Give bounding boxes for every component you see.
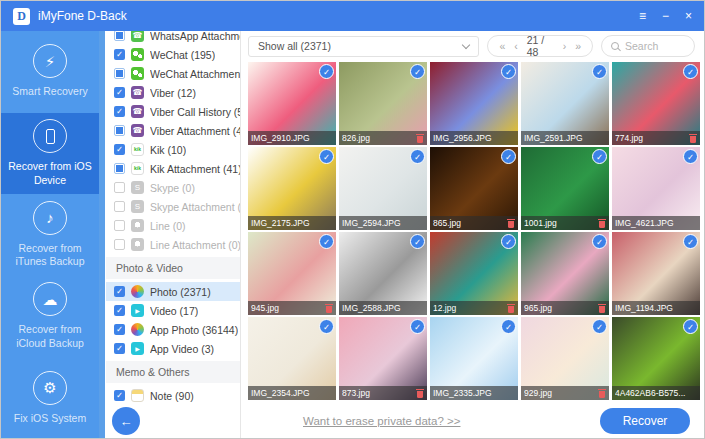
photo-tile[interactable]: ✓IMG_4621.JPG (612, 147, 700, 230)
menu-icon[interactable]: ≡ (639, 10, 646, 22)
checkbox-unchecked[interactable] (114, 182, 125, 193)
sidebar-item-recover-from-itunes-backup[interactable]: ♪Recover from iTunes Backup (1, 194, 99, 276)
filter-item-photo-2371[interactable]: ✓Photo (2371) (106, 282, 240, 301)
sidebar-item-fix-ios-system[interactable]: ⚙Fix iOS System (1, 357, 99, 439)
checkbox-checked[interactable]: ✓ (114, 286, 125, 297)
filename: IMG_1194.JPG (615, 303, 697, 313)
filter-item-viber-12[interactable]: ✓☎Viber (12) (106, 83, 240, 102)
selected-check-icon[interactable]: ✓ (683, 234, 698, 249)
selected-check-icon[interactable]: ✓ (683, 319, 698, 334)
photo-tile[interactable]: ✓4A462AB6-B575... (612, 317, 700, 400)
selected-check-icon[interactable]: ✓ (319, 64, 334, 79)
photo-tile[interactable]: ✓873.jpg (339, 317, 427, 400)
filename: 865.jpg (433, 218, 504, 228)
checkbox-indeterminate[interactable] (114, 31, 125, 41)
photo-icon (131, 285, 144, 298)
erase-private-data-link[interactable]: Want to erase private data? >> (303, 415, 460, 427)
checkbox-checked[interactable]: ✓ (114, 305, 125, 316)
photo-tile[interactable]: ✓865.jpg (430, 147, 518, 230)
photo-tile[interactable]: ✓IMG_2354.JPG (248, 317, 336, 400)
selected-check-icon[interactable]: ✓ (592, 319, 607, 334)
search-box[interactable] (601, 35, 695, 57)
sidebar-item-recover-from-ios-device[interactable]: Recover from iOS Device (1, 113, 99, 195)
selected-check-icon[interactable]: ✓ (592, 234, 607, 249)
filter-item-whatsapp-attachment-619[interactable]: ☎WhatsApp Attachment (619) (106, 31, 240, 45)
filter-item-wechat-attachment-37368[interactable]: WeChat Attachment (37368) (106, 64, 240, 83)
checkbox-checked[interactable]: ✓ (114, 390, 125, 401)
recover-button[interactable]: Recover (600, 408, 690, 434)
filter-item-skype-0[interactable]: SSkype (0) (106, 178, 240, 197)
checkbox-unchecked[interactable] (114, 220, 125, 231)
checkbox-checked[interactable]: ✓ (114, 144, 125, 155)
photo-tile[interactable]: ✓IMG_2175.JPG (248, 147, 336, 230)
filename: 873.jpg (342, 388, 413, 398)
section-header-memo-others: Memo & Others (106, 361, 240, 383)
filter-item-kik-attachment-41[interactable]: kikKik Attachment (41) (106, 159, 240, 178)
photo-tile[interactable]: ✓IMG_1194.JPG (612, 232, 700, 315)
selected-check-icon[interactable]: ✓ (319, 149, 334, 164)
checkbox-unchecked[interactable] (114, 239, 125, 250)
checkbox-checked[interactable]: ✓ (114, 49, 125, 60)
photo-tile[interactable]: ✓1001.jpg (521, 147, 609, 230)
selected-check-icon[interactable]: ✓ (501, 149, 516, 164)
selected-check-icon[interactable]: ✓ (683, 149, 698, 164)
checkbox-unchecked[interactable] (114, 201, 125, 212)
photo-tile[interactable]: ✓IMG_2594.JPG (339, 147, 427, 230)
selected-check-icon[interactable]: ✓ (501, 319, 516, 334)
filter-item-app-photo-36144[interactable]: ✓App Photo (36144) (106, 320, 240, 339)
photo-tile[interactable]: ✓774.jpg (612, 62, 700, 145)
filter-item-label: Note (90) (150, 390, 194, 402)
filter-item-viber-call-history-5[interactable]: ✓☎Viber Call History (5) (106, 102, 240, 121)
filter-item-viber-attachment-47[interactable]: ☎Viber Attachment (47) (106, 121, 240, 140)
photo-tile[interactable]: ✓IMG_2588.JPG (339, 232, 427, 315)
checkbox-indeterminate[interactable] (114, 68, 125, 79)
filter-item-video-17[interactable]: ✓▶Video (17) (106, 301, 240, 320)
selected-check-icon[interactable]: ✓ (410, 149, 425, 164)
selected-check-icon[interactable]: ✓ (592, 149, 607, 164)
photo-tile[interactable]: ✓826.jpg (339, 62, 427, 145)
filter-item-line-0[interactable]: Line (0) (106, 216, 240, 235)
checkbox-indeterminate[interactable] (114, 125, 125, 136)
checkbox-checked[interactable]: ✓ (114, 87, 125, 98)
selected-check-icon[interactable]: ✓ (501, 234, 516, 249)
filter-dropdown[interactable]: Show all (2371) (248, 36, 479, 57)
selected-check-icon[interactable]: ✓ (319, 319, 334, 334)
back-button[interactable]: ← (112, 407, 140, 435)
next-page-button[interactable]: › (563, 40, 567, 52)
filter-item-app-video-3[interactable]: ✓▶App Video (3) (106, 339, 240, 358)
filter-item-skype-attachment-0[interactable]: SSkype Attachment (0) (106, 197, 240, 216)
selected-check-icon[interactable]: ✓ (410, 234, 425, 249)
selected-check-icon[interactable]: ✓ (592, 64, 607, 79)
filename-bar: 873.jpg (339, 386, 427, 400)
prev-page-button[interactable]: ‹ (514, 40, 518, 52)
photo-tile[interactable]: ✓929.jpg (521, 317, 609, 400)
selected-check-icon[interactable]: ✓ (683, 64, 698, 79)
checkbox-checked[interactable]: ✓ (114, 324, 125, 335)
minimize-icon[interactable]: − (662, 10, 669, 22)
close-icon[interactable]: × (685, 10, 692, 22)
photo-tile[interactable]: ✓965.jpg (521, 232, 609, 315)
checkbox-checked[interactable]: ✓ (114, 106, 125, 117)
selected-check-icon[interactable]: ✓ (410, 64, 425, 79)
filter-item-line-attachment-0[interactable]: Line Attachment (0) (106, 235, 240, 254)
photo-tile[interactable]: ✓12.jpg (430, 232, 518, 315)
selected-check-icon[interactable]: ✓ (501, 64, 516, 79)
photo-tile[interactable]: ✓IMG_2956.JPG (430, 62, 518, 145)
last-page-button[interactable]: » (575, 40, 581, 52)
sidebar-item-recover-from-icloud-backup[interactable]: ☁Recover from iCloud Backup (1, 276, 99, 358)
first-page-button[interactable]: « (499, 40, 505, 52)
panel-scrollbar[interactable] (99, 31, 105, 439)
photo-tile[interactable]: ✓IMG_2910.JPG (248, 62, 336, 145)
photo-tile[interactable]: ✓IMG_2335.JPG (430, 317, 518, 400)
checkbox-indeterminate[interactable] (114, 163, 125, 174)
selected-check-icon[interactable]: ✓ (319, 234, 334, 249)
filter-item-note-90[interactable]: ✓Note (90) (106, 386, 240, 403)
filter-item-kik-10[interactable]: ✓kikKik (10) (106, 140, 240, 159)
checkbox-checked[interactable]: ✓ (114, 343, 125, 354)
photo-tile[interactable]: ✓945.jpg (248, 232, 336, 315)
photo-tile[interactable]: ✓IMG_2591.JPG (521, 62, 609, 145)
search-input[interactable] (625, 40, 685, 52)
sidebar-item-smart-recovery[interactable]: ⚡Smart Recovery (1, 31, 99, 113)
filter-item-wechat-195[interactable]: ✓WeChat (195) (106, 45, 240, 64)
selected-check-icon[interactable]: ✓ (410, 319, 425, 334)
